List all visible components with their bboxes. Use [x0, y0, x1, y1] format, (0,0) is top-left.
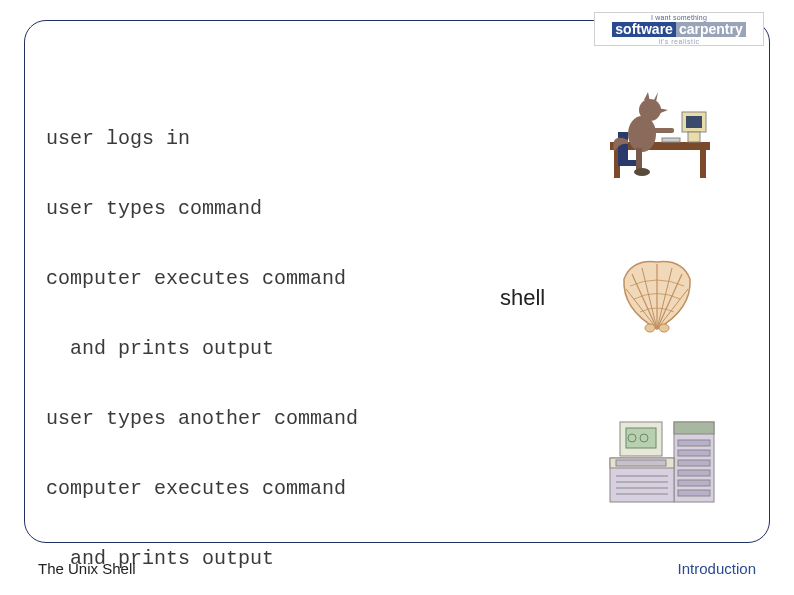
svg-point-17	[645, 324, 655, 332]
logo-tagline-bottom: it's realistic	[658, 38, 699, 45]
seashell-icon	[612, 254, 702, 334]
svg-point-9	[628, 116, 656, 152]
logo-software-carpentry: I want something software carpentry it's…	[594, 12, 764, 46]
svg-rect-23	[678, 460, 710, 466]
svg-rect-26	[678, 490, 710, 496]
svg-rect-33	[616, 460, 666, 466]
body-line: user types command	[46, 191, 358, 226]
logo-word-carpentry: carpentry	[676, 22, 746, 37]
svg-rect-20	[674, 422, 714, 434]
svg-rect-24	[678, 470, 710, 476]
body-line: and prints output	[46, 331, 358, 366]
logo-word-software: software	[612, 22, 676, 37]
svg-rect-14	[650, 128, 674, 133]
slide-body-text: user logs in user types command computer…	[46, 86, 358, 595]
svg-rect-4	[686, 116, 702, 128]
svg-rect-2	[700, 150, 706, 178]
svg-rect-5	[688, 132, 700, 142]
mainframe-computer-icon	[602, 400, 722, 510]
svg-rect-25	[678, 480, 710, 486]
body-line: computer executes command	[46, 471, 358, 506]
body-line: computer executes command	[46, 261, 358, 296]
shell-label: shell	[500, 285, 545, 311]
footer-left: The Unix Shell	[38, 560, 136, 577]
svg-rect-6	[662, 138, 680, 142]
svg-marker-13	[658, 108, 668, 114]
logo-tagline-top: I want something	[651, 14, 707, 21]
svg-point-10	[639, 99, 661, 121]
body-line: user logs in	[46, 121, 358, 156]
svg-rect-21	[678, 440, 710, 446]
svg-rect-15	[636, 148, 642, 170]
footer-right: Introduction	[678, 560, 756, 577]
svg-rect-22	[678, 450, 710, 456]
svg-rect-7	[618, 132, 628, 162]
svg-point-16	[634, 168, 650, 176]
logo-wordmark: software carpentry	[612, 22, 745, 37]
body-line: user types another command	[46, 401, 358, 436]
svg-marker-12	[654, 92, 658, 102]
svg-point-18	[659, 324, 669, 332]
user-at-computer-icon	[600, 82, 720, 182]
svg-rect-30	[626, 428, 656, 448]
